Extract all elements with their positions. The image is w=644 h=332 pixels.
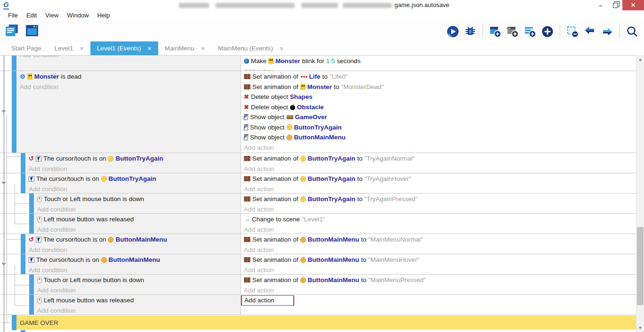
action[interactable]: Set animation of ButtonMainMenu to "Main…: [241, 275, 636, 285]
mouse-icon: [37, 277, 42, 283]
add-condition-button[interactable]: Add condition: [29, 267, 67, 274]
condition[interactable]: Left mouse button was released: [37, 295, 241, 306]
action[interactable]: Show object GameOver: [241, 112, 636, 122]
close-tab-icon[interactable]: ×: [80, 45, 84, 52]
text-segment: Left mouse button was released: [44, 297, 134, 304]
add-condition-button[interactable]: Add condition: [20, 83, 58, 90]
undo-button[interactable]: [584, 25, 596, 38]
menu-window[interactable]: Window: [63, 12, 93, 19]
add-action-button[interactable]: Add action: [244, 287, 274, 294]
add-condition-button[interactable]: Add condition: [20, 56, 58, 58]
add-action-button[interactable]: Add action: [244, 206, 274, 213]
action[interactable]: →Change to scene "Level1": [241, 214, 636, 225]
menu-file[interactable]: File: [4, 12, 22, 19]
scroll-up-icon[interactable]: ▲: [636, 56, 644, 63]
restore-button[interactable]: [609, 0, 622, 10]
action[interactable]: Make Monster blink for 1.5 seconds: [241, 56, 636, 66]
condition[interactable]: Touch or Left mouse button is down: [37, 194, 241, 204]
add-action-button[interactable]: Add action: [244, 186, 274, 193]
add-condition-button[interactable]: Add condition: [29, 186, 67, 193]
collapse-caret-icon[interactable]: [1, 263, 6, 266]
play-button[interactable]: [447, 25, 459, 38]
add-action-button[interactable]: Add action: [244, 165, 274, 172]
action[interactable]: ✖Delete object Shapes: [241, 92, 636, 102]
add-condition-button[interactable]: Add condition: [37, 287, 76, 294]
anim-icon: [244, 156, 250, 161]
add-condition-button[interactable]: Add condition: [37, 226, 76, 233]
action[interactable]: Set animation of ButtonTryAgain to "TryA…: [241, 174, 636, 184]
action[interactable]: Set animation of ButtonTryAgain to "TryA…: [241, 154, 636, 164]
add-action-button[interactable]: Add action: [244, 246, 274, 253]
project-manager-button[interactable]: [5, 24, 19, 38]
redo-button[interactable]: [601, 25, 613, 38]
action[interactable]: Set animation of Monster to "MonsterDead…: [241, 82, 636, 92]
tab-level1[interactable]: Level1×: [48, 41, 90, 55]
text-segment: Change to scene: [252, 216, 300, 223]
anim-icon: [244, 257, 250, 262]
debug-button[interactable]: [464, 25, 476, 38]
condition[interactable]: ↺The cursor/touch is on ButtonTryAgain: [29, 154, 241, 164]
add-condition-button[interactable]: Add condition: [29, 246, 67, 253]
text-segment: to: [361, 256, 366, 263]
tab-start-page[interactable]: Start Page: [5, 41, 48, 55]
scene-editor-button[interactable]: [25, 24, 39, 38]
text-segment: Touch or Left mouse button is down: [44, 276, 144, 283]
action[interactable]: Set animation of ButtonMainMenu to "Main…: [241, 235, 636, 245]
add-action-button[interactable]: Add action: [244, 68, 274, 71]
action[interactable]: Show object ButtonMainMenu: [241, 132, 636, 143]
scrollbar-thumb[interactable]: [637, 227, 644, 305]
collapse-caret-icon[interactable]: [1, 182, 6, 185]
text-segment: Touch or Left mouse button is down: [44, 195, 144, 202]
tree-connector: [1, 323, 11, 323]
add-something-button[interactable]: [541, 25, 554, 38]
add-condition-button[interactable]: Add condition: [37, 206, 76, 213]
close-tab-icon[interactable]: ×: [280, 45, 283, 52]
condition[interactable]: Left mouse button was released: [37, 214, 241, 225]
add-action-button-highlighted[interactable]: Add action: [241, 295, 294, 306]
search-button[interactable]: [626, 25, 638, 38]
add-action-button[interactable]: Add action: [244, 144, 274, 151]
comment-text[interactable]: GAME OVER: [20, 315, 58, 330]
vertical-scrollbar[interactable]: ▲ ▼: [636, 55, 644, 332]
minimize-button[interactable]: –: [594, 0, 607, 10]
comment-background: [16, 316, 636, 330]
condition[interactable]: ⚙Monster is dead: [20, 72, 241, 82]
add-action-button[interactable]: Add action: [244, 267, 274, 274]
close-tab-icon[interactable]: ×: [201, 45, 205, 52]
text-segment: "MainMenuPressed": [368, 276, 426, 283]
action[interactable]: Set animation of Life to "Life0": [241, 72, 636, 82]
condition[interactable]: ↺The cursor/touch is on ButtonMainMenu: [29, 235, 241, 245]
menu-help[interactable]: Help: [93, 12, 114, 19]
event-row-partial: Add conditionMake Monster blink for 1.5 …: [0, 56, 636, 71]
action[interactable]: ✖Delete object Obstacle: [241, 102, 636, 113]
add-sub-event-button[interactable]: [507, 25, 519, 38]
text-segment: ButtonTryAgain: [115, 155, 163, 162]
coin-y-icon: [101, 176, 107, 182]
tab-mainmenu-events[interactable]: MainMenu (Events)×: [211, 41, 290, 55]
add-event-button[interactable]: [489, 25, 501, 38]
collapse-caret-icon[interactable]: [1, 110, 6, 113]
action[interactable]: Set animation of ButtonMainMenu to "Main…: [241, 255, 636, 265]
add-condition-button[interactable]: Add condition: [37, 307, 76, 314]
tab-level1-events[interactable]: Level1 (Events)×: [90, 41, 158, 55]
tab-mainmenu[interactable]: MainMenu×: [158, 41, 211, 55]
close-tab-icon[interactable]: ×: [148, 45, 152, 52]
condition[interactable]: The cursor/touch is on ButtonTryAgain: [29, 174, 241, 184]
actions-column: Set animation of ButtonTryAgain to "TryA…: [241, 173, 636, 193]
scroll-down-icon[interactable]: ▼: [636, 324, 644, 331]
condition[interactable]: Touch or Left mouse button is down: [37, 275, 241, 285]
condition[interactable]: The cursor/touch is on ButtonMainMenu: [29, 255, 241, 265]
menu-view[interactable]: View: [41, 12, 63, 19]
event-hover-mainmenu-inverted: ↺The cursor/touch is on ButtonMainMenuAd…: [0, 234, 636, 254]
text-segment: Set animation of: [252, 155, 298, 162]
remove-selection-button[interactable]: [566, 25, 579, 38]
close-button[interactable]: ✕: [622, 0, 644, 10]
add-action-button[interactable]: Add action: [244, 226, 274, 233]
add-condition-button[interactable]: Add condition: [29, 165, 67, 172]
conditions-column: Left mouse button was releasedAdd condit…: [0, 295, 241, 315]
menu-edit[interactable]: Edit: [22, 12, 41, 19]
action[interactable]: Set animation of ButtonTryAgain to "TryA…: [241, 194, 636, 204]
add-comment-button[interactable]: [524, 25, 536, 38]
action[interactable]: Show object ButtonTryAgain: [241, 122, 636, 133]
actions-column: →Change to scene "Level1"Add action: [241, 214, 636, 234]
